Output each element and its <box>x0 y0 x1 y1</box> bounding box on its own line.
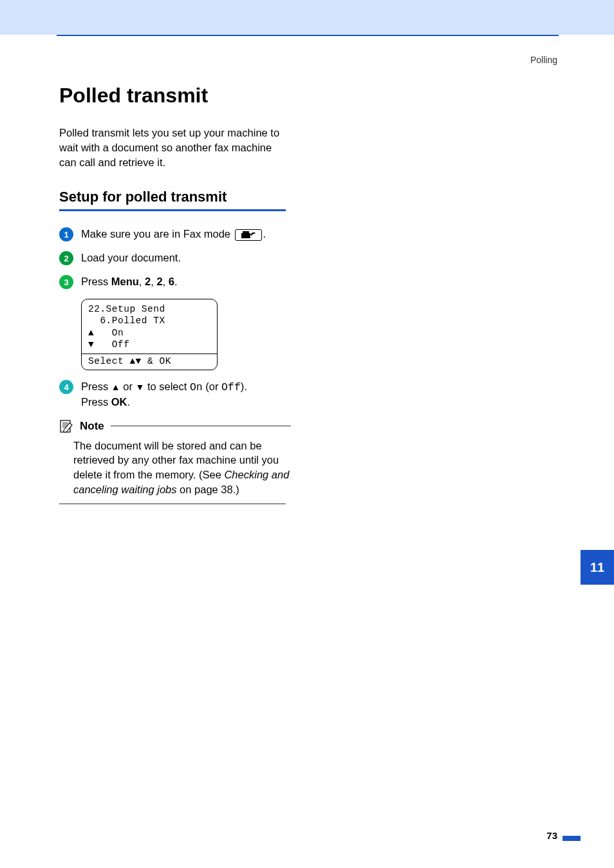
step-4-pre: Press <box>81 381 111 392</box>
lcd-line-5-pre: Select <box>88 356 129 366</box>
header-section: Polling <box>530 55 557 65</box>
step-1-post: . <box>263 228 266 240</box>
note-icon <box>59 419 73 433</box>
step-4-ok: OK <box>111 396 127 408</box>
lcd-line-3: ▲ On <box>88 327 210 339</box>
step-4-mid3: (or <box>203 381 221 392</box>
header-band <box>0 0 614 35</box>
note-body-post: on page 38.) <box>177 484 239 495</box>
step-4: 4 Press ▲ or ▼ to select On (or Off). Pr… <box>59 379 291 410</box>
down-arrow-icon: ▼ <box>135 382 144 392</box>
step-4-mid4: ). <box>241 381 247 392</box>
note-body: The document will be stored and can be r… <box>73 439 292 497</box>
lcd-line-2: 6.Polled TX <box>88 315 210 327</box>
step-3-k1: 2 <box>145 276 151 287</box>
step-4-line2b: . <box>127 396 131 408</box>
step-bullet-2: 2 <box>59 251 73 265</box>
up-arrow-icon: ▲ <box>111 382 120 392</box>
step-3-k2: 2 <box>156 276 162 287</box>
note-label: Note <box>80 420 104 433</box>
subsection-rule <box>59 209 286 211</box>
page-title: Polled transmit <box>59 84 555 108</box>
lcd-divider <box>82 354 217 354</box>
step-1-pre: Make sure you are in Fax mode <box>81 228 234 240</box>
step-bullet-3: 3 <box>59 275 73 289</box>
step-4-mid2: to select <box>144 381 190 392</box>
svg-rect-1 <box>243 231 249 234</box>
header-rule <box>57 35 559 36</box>
lcd-line-3-text: On <box>94 328 124 338</box>
chapter-tab: 11 <box>581 550 614 585</box>
lcd-display: 22.Setup Send 6.Polled TX ▲ On ▼ Off Sel… <box>81 299 218 371</box>
lcd-updown-arrow-icon: ▲▼ <box>129 356 141 366</box>
lcd-up-arrow-icon: ▲ <box>88 328 94 338</box>
step-3-sep1: , <box>139 276 145 287</box>
step-bullet-1: 1 <box>59 227 73 241</box>
step-3-pre: Press <box>81 276 111 287</box>
page-number-bar <box>563 836 581 841</box>
lcd-line-5: Select ▲▼ & OK <box>88 355 210 368</box>
step-2-text: Load your document. <box>81 250 291 265</box>
step-3-sep3: , <box>163 276 169 287</box>
step-3-text: Press Menu, 2, 2, 6. <box>81 274 291 289</box>
subsection-title: Setup for polled transmit <box>59 189 555 205</box>
note-header: Note <box>59 419 291 433</box>
step-3-sep2: , <box>151 276 156 287</box>
step-3-post: . <box>174 276 178 287</box>
step-3-menu: Menu <box>111 276 139 287</box>
step-4-line2a: Press <box>81 396 111 408</box>
step-1: 1 Make sure you are in Fax mode . <box>59 227 291 241</box>
note-header-line <box>111 426 291 426</box>
lcd-line-1: 22.Setup Send <box>88 303 210 316</box>
svg-rect-0 <box>241 233 250 238</box>
lcd-down-arrow-icon: ▼ <box>88 339 94 350</box>
lcd-line-4-text: Off <box>94 339 129 350</box>
lcd-line-4: ▼ Off <box>88 339 210 351</box>
step-4-on: On <box>190 381 203 393</box>
step-4-off: Off <box>221 381 241 393</box>
step-2: 2 Load your document. <box>59 250 291 265</box>
intro-text: Polled transmit lets you set up your mac… <box>59 126 291 169</box>
step-bullet-4: 4 <box>59 380 73 394</box>
fax-mode-icon <box>235 229 262 241</box>
step-4-mid1: or <box>120 381 136 392</box>
page-number: 73 <box>546 830 557 841</box>
lcd-line-5-post: & OK <box>142 356 171 366</box>
note-footer-line <box>59 504 286 504</box>
step-1-text: Make sure you are in Fax mode . <box>81 227 291 241</box>
step-3-k3: 6 <box>169 276 174 287</box>
step-4-text: Press ▲ or ▼ to select On (or Off). Pres… <box>81 379 291 410</box>
step-3: 3 Press Menu, 2, 2, 6. <box>59 274 291 289</box>
